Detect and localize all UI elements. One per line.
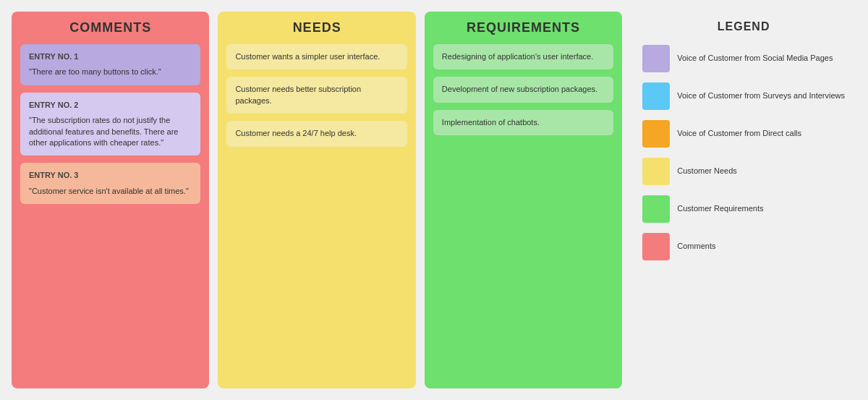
needs-card-3[interactable]: Customer needs a 24/7 help desk. xyxy=(226,121,407,146)
legend-label-3: Customer Needs xyxy=(677,166,737,176)
comments-cards-area: ENTRY NO. 1 "There are too many buttons … xyxy=(20,44,200,380)
legend-swatch-blue xyxy=(642,82,670,110)
requirements-title: REQUIREMENTS xyxy=(433,20,613,35)
requirements-column: REQUIREMENTS Redesigning of application'… xyxy=(425,12,622,388)
legend-swatch-yellow xyxy=(642,158,670,185)
comment-card-3[interactable]: ENTRY NO. 3 "Customer service isn't avai… xyxy=(20,163,200,204)
needs-title: NEEDS xyxy=(226,20,407,35)
entry-3-header: ENTRY NO. 3 xyxy=(29,170,192,181)
legend-swatch-orange xyxy=(642,120,670,148)
legend-item-1: Voice of Customer from Surveys and Inter… xyxy=(642,82,845,110)
req-item-2: Development of new subscription packages… xyxy=(442,84,605,95)
needs-card-2[interactable]: Customer needs better subscription packa… xyxy=(226,77,407,114)
legend-item-3: Customer Needs xyxy=(642,158,845,185)
legend-item-4: Customer Requirements xyxy=(642,195,845,223)
legend-swatch-green xyxy=(642,195,670,223)
legend-item-0: Voice of Customer from Social Media Page… xyxy=(642,45,845,72)
legend-label-5: Comments xyxy=(677,241,715,252)
entry-1-header: ENTRY NO. 1 xyxy=(29,51,192,62)
req-item-1: Redesigning of application's user interf… xyxy=(442,51,605,62)
comment-card-2[interactable]: ENTRY NO. 2 "The subscription rates do n… xyxy=(20,93,200,156)
comments-title: COMMENTS xyxy=(20,20,200,35)
legend-item-5: Comments xyxy=(642,233,845,260)
legend-item-2: Voice of Customer from Direct calls xyxy=(642,120,845,148)
req-item-3: Implementation of chatbots. xyxy=(442,117,605,128)
needs-column: NEEDS Customer wants a simpler user inte… xyxy=(218,12,415,388)
legend-title: LEGEND xyxy=(642,20,845,33)
entry-2-text: "The subscription rates do not justify t… xyxy=(29,115,192,148)
legend-swatch-purple xyxy=(642,45,670,72)
entry-3-text: "Customer service isn't available at all… xyxy=(29,186,192,197)
comments-column: COMMENTS ENTRY NO. 1 "There are too many… xyxy=(12,12,209,388)
needs-item-3: Customer needs a 24/7 help desk. xyxy=(235,128,398,139)
requirements-cards-area: Redesigning of application's user interf… xyxy=(433,44,613,380)
needs-item-2: Customer needs better subscription packa… xyxy=(235,84,398,106)
entry-2-header: ENTRY NO. 2 xyxy=(29,100,192,111)
req-card-3[interactable]: Implementation of chatbots. xyxy=(433,110,613,135)
req-card-1[interactable]: Redesigning of application's user interf… xyxy=(433,44,613,69)
comment-card-1[interactable]: ENTRY NO. 1 "There are too many buttons … xyxy=(20,44,200,85)
legend-label-1: Voice of Customer from Surveys and Inter… xyxy=(677,90,845,101)
needs-cards-area: Customer wants a simpler user interface.… xyxy=(226,44,407,380)
entry-1-text: "There are too many buttons to click." xyxy=(29,67,192,77)
legend-swatch-red xyxy=(642,233,670,260)
needs-card-1[interactable]: Customer wants a simpler user interface. xyxy=(226,44,407,69)
legend-column: LEGEND Voice of Customer from Social Med… xyxy=(631,12,856,388)
req-card-2[interactable]: Development of new subscription packages… xyxy=(433,77,613,102)
legend-label-0: Voice of Customer from Social Media Page… xyxy=(677,53,833,64)
legend-label-4: Customer Requirements xyxy=(677,203,763,214)
needs-item-1: Customer wants a simpler user interface. xyxy=(235,51,398,62)
legend-label-2: Voice of Customer from Direct calls xyxy=(677,128,801,139)
